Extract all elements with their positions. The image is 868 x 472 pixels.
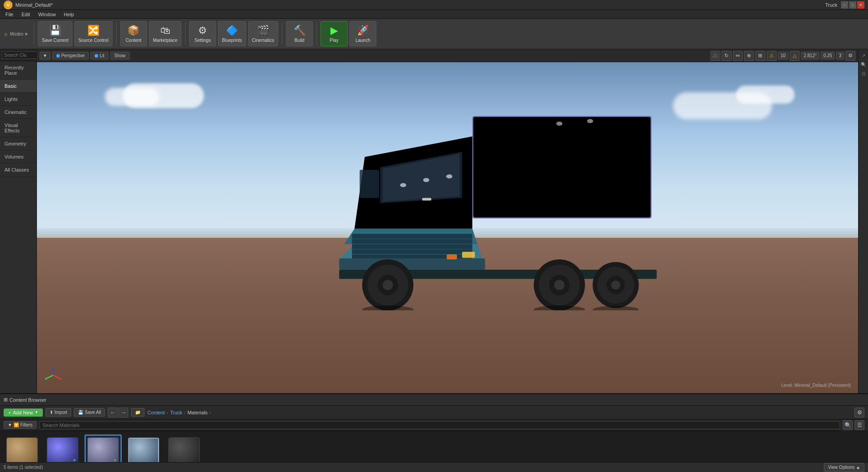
right-panel-btn-3[interactable]: ⊡ bbox=[859, 69, 868, 77]
assets-grid: Box ★ Carpaint_Box ★ Carpaint_Truck Glas… bbox=[0, 431, 868, 462]
breadcrumb-truck[interactable]: Truck bbox=[170, 410, 182, 415]
save-all-button[interactable]: 💾 Save All bbox=[74, 408, 105, 417]
filters-label: Filters bbox=[20, 422, 32, 427]
dropdown-arrow-icon: ▼ bbox=[43, 53, 47, 58]
asset-carpaint-box[interactable]: ★ Carpaint_Box bbox=[44, 435, 81, 462]
asset-glass[interactable]: Glass bbox=[125, 435, 162, 462]
svg-line-35 bbox=[46, 375, 53, 379]
viewport-scale-val[interactable]: 0.25 bbox=[821, 52, 835, 59]
minimize-button[interactable]: – bbox=[841, 1, 848, 9]
sidebar-item-all-classes[interactable]: All Classes bbox=[0, 163, 36, 177]
modes-icon: ⬦ bbox=[4, 30, 8, 38]
title-bar-title: Minimal_Default* bbox=[15, 2, 53, 8]
sidebar-item-recently-placed[interactable]: Recently Place bbox=[0, 61, 36, 80]
build-icon: 🔨 bbox=[294, 25, 306, 36]
save-current-label: Save Current bbox=[42, 38, 68, 43]
build-button[interactable]: 🔨 Build bbox=[286, 21, 313, 46]
right-panel-btn-1[interactable]: ↗ bbox=[859, 51, 868, 59]
add-new-button[interactable]: + Add New ▼ bbox=[4, 408, 43, 417]
nav-back-button[interactable]: ← bbox=[108, 408, 118, 418]
right-panel-btn-2[interactable]: 🔍 bbox=[859, 60, 868, 68]
perspective-button[interactable]: Perspective bbox=[52, 52, 89, 59]
menu-window[interactable]: Window bbox=[35, 11, 59, 18]
breadcrumb-sep-3: › bbox=[209, 410, 211, 415]
marketplace-button[interactable]: 🛍 Marketplace bbox=[149, 21, 181, 46]
breadcrumb-materials[interactable]: Materials bbox=[187, 410, 208, 415]
filter-icon: ▼ bbox=[8, 422, 12, 427]
settings-label: Settings bbox=[194, 38, 211, 43]
content-browser-title: ⊞ Content Browser bbox=[4, 397, 46, 403]
viewport-angle-val[interactable]: 2.812° bbox=[801, 52, 819, 59]
cb-filter-extra-button[interactable]: ☰ bbox=[854, 420, 864, 430]
sidebar-item-visual-effects[interactable]: Visual Effects bbox=[0, 119, 36, 137]
sidebar-item-basic[interactable]: Basic bbox=[0, 80, 36, 93]
svg-point-30 bbox=[556, 122, 562, 126]
menu-file[interactable]: File bbox=[2, 11, 17, 18]
lit-button[interactable]: Lit bbox=[90, 52, 108, 59]
show-button[interactable]: Show bbox=[110, 52, 130, 59]
viewport-settings-icon[interactable]: ⚙ bbox=[845, 51, 855, 61]
breadcrumb-sep-1: › bbox=[167, 410, 168, 415]
search-materials-input[interactable] bbox=[39, 421, 840, 429]
sidebar-item-lights[interactable]: Lights bbox=[0, 93, 36, 106]
viewport-translate-icon[interactable]: ⇔ bbox=[733, 51, 743, 61]
close-button[interactable]: ✕ bbox=[857, 1, 864, 9]
lit-dot bbox=[95, 54, 98, 58]
cb-search-button[interactable]: 🔍 bbox=[843, 420, 853, 430]
asset-truck[interactable]: Truck bbox=[166, 435, 203, 462]
cinematics-button[interactable]: 🎬 Cinematics bbox=[248, 21, 278, 46]
marketplace-icon: 🛍 bbox=[160, 25, 170, 36]
right-panel: ↗ 🔍 ⊡ bbox=[858, 50, 868, 393]
asset-carpaint-truck[interactable]: ★ Carpaint_Truck bbox=[85, 435, 122, 462]
viewport-scene[interactable]: X Y Z Level: Minimal_Default (Persistent… bbox=[37, 62, 858, 393]
nav-forward-button[interactable]: → bbox=[118, 408, 128, 418]
mat-preview-box bbox=[7, 438, 37, 462]
cinematics-icon: 🎬 bbox=[257, 25, 269, 36]
import-button[interactable]: ⬆ Import bbox=[45, 408, 71, 417]
view-options-button[interactable]: View Options ▲ bbox=[824, 463, 864, 472]
play-button[interactable]: ▶ Play bbox=[321, 21, 348, 46]
viewport-num3[interactable]: 3 bbox=[836, 52, 844, 59]
svg-rect-25 bbox=[462, 251, 475, 258]
breadcrumb-content[interactable]: Content bbox=[147, 410, 165, 415]
menu-help[interactable]: Help bbox=[60, 11, 78, 18]
svg-point-28 bbox=[423, 178, 429, 182]
folder-icon-button[interactable]: 📁 bbox=[131, 408, 145, 417]
viewport-camera-icon[interactable]: 🎥 bbox=[710, 51, 720, 61]
blueprints-icon: 🔷 bbox=[226, 25, 238, 36]
asset-box[interactable]: Box bbox=[4, 435, 41, 462]
status-bar: 5 items (1 selected) View Options ▲ bbox=[0, 462, 868, 472]
asset-star-carpaint-box: ★ bbox=[72, 458, 77, 462]
modes-label: Modes bbox=[10, 32, 23, 36]
settings-button[interactable]: ⚙ Settings bbox=[189, 21, 216, 46]
modes-chevron: ▶ bbox=[25, 32, 28, 36]
ue-logo: U bbox=[4, 0, 13, 9]
maximize-button[interactable]: □ bbox=[849, 1, 856, 9]
svg-text:Y: Y bbox=[45, 377, 47, 381]
viewport-angle-icon[interactable]: △ bbox=[790, 51, 800, 61]
perspective-dot bbox=[56, 54, 60, 58]
truck-model bbox=[267, 95, 719, 311]
blueprints-button[interactable]: 🔷 Blueprints bbox=[218, 21, 246, 46]
filters-button[interactable]: ▼ 🔽 Filters bbox=[4, 421, 36, 429]
cb-filter-row: ▼ 🔽 Filters 🔍 ☰ bbox=[0, 419, 868, 431]
menu-edit[interactable]: Edit bbox=[18, 11, 34, 18]
launch-button[interactable]: 🚀 Launch bbox=[349, 21, 376, 46]
sidebar-item-cinematic[interactable]: Cinematic bbox=[0, 106, 36, 119]
content-button[interactable]: 📦 Content bbox=[120, 21, 147, 46]
save-current-button[interactable]: 💾 Save Current bbox=[38, 21, 72, 46]
cb-settings-button[interactable]: ⚙ bbox=[854, 408, 864, 418]
viewport-scale-icon[interactable]: ⊕ bbox=[744, 51, 754, 61]
sidebar-item-geometry[interactable]: Geometry bbox=[0, 137, 36, 150]
source-control-button[interactable]: 🔀 Source Control bbox=[74, 21, 113, 46]
viewport-grid-icon[interactable]: ⊞ bbox=[755, 51, 765, 61]
asset-thumb-glass bbox=[128, 437, 159, 462]
sidebar-item-volumes[interactable]: Volumes bbox=[0, 150, 36, 163]
viewport-rotate-icon[interactable]: ↻ bbox=[722, 51, 732, 61]
left-panel: 🔍 Recently Place Basic Lights Cinematic … bbox=[0, 50, 37, 393]
viewport-grid-size[interactable]: 10 bbox=[778, 52, 788, 59]
viewport-warning-icon[interactable]: ⚠ bbox=[767, 51, 777, 61]
svg-point-29 bbox=[446, 174, 452, 178]
viewport-dropdown-button[interactable]: ▼ bbox=[40, 52, 50, 59]
save-all-label: Save All bbox=[85, 410, 101, 415]
